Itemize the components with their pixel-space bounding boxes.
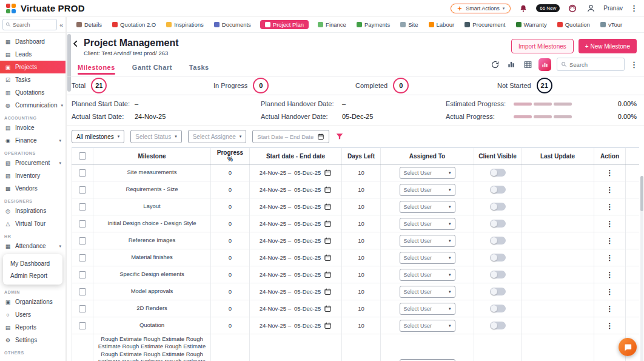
toolbar-more-options-icon[interactable]: ⋮	[630, 60, 638, 69]
module-tab[interactable]: Documents	[213, 20, 252, 29]
module-tab[interactable]: Project Plan	[260, 20, 309, 29]
sidebar-item[interactable]: ◉ Finance ▾	[0, 134, 65, 147]
tab-milestones[interactable]: Milestones	[78, 64, 115, 75]
calendar-icon[interactable]	[324, 305, 332, 312]
sidebar-search-input[interactable]	[13, 22, 49, 28]
sidebar-item[interactable]: ⚙ Settings	[0, 334, 65, 346]
sidebar-item[interactable]: ▥ Quotations	[0, 86, 65, 99]
sidebar-item[interactable]: ▩ Vendors	[0, 182, 65, 195]
assign-user-select[interactable]: Select User ▾	[400, 303, 455, 315]
module-tab[interactable]: Warranty	[515, 20, 548, 29]
collapse-sidebar-icon[interactable]: «	[59, 21, 63, 29]
assign-user-select[interactable]: Select User ▾	[400, 252, 455, 264]
chat-fab-button[interactable]	[619, 338, 637, 356]
row-actions-icon[interactable]: ⋮	[606, 288, 614, 296]
status-filter-select[interactable]: Select Status▾	[130, 130, 181, 143]
row-actions-icon[interactable]: ⋮	[606, 203, 614, 211]
user-name[interactable]: Pranav	[603, 5, 623, 12]
row-checkbox[interactable]	[79, 305, 86, 312]
sidebar-item[interactable]: ▦ Dashboard	[0, 35, 65, 48]
client-visible-toggle[interactable]	[490, 237, 506, 245]
client-visible-toggle[interactable]	[490, 288, 506, 295]
row-actions-icon[interactable]: ⋮	[606, 271, 614, 279]
sidebar-item[interactable]: △ Virtual Tour	[0, 217, 65, 230]
sidebar-item[interactable]: ◍ Communication ▾	[0, 99, 65, 112]
import-milestones-button[interactable]: Import Milestones	[511, 39, 574, 53]
assign-user-select[interactable]: Select User ▾	[400, 235, 455, 247]
attendance-menu-item[interactable]: My Dashboard	[3, 257, 62, 269]
attendance-menu-item[interactable]: Admin Report	[3, 269, 62, 282]
sidebar-item[interactable]: ▤ Invoice	[0, 121, 65, 134]
assignee-filter-select[interactable]: Select Assignee▾	[188, 130, 247, 143]
assign-user-select[interactable]: Select User ▾	[400, 320, 455, 332]
bar-chart-icon[interactable]	[506, 59, 517, 70]
milestones-filter-select[interactable]: All milestones▾	[72, 130, 124, 143]
client-visible-toggle[interactable]	[490, 220, 506, 228]
refresh-icon[interactable]	[489, 59, 500, 70]
module-tab[interactable]: Finance	[317, 20, 347, 29]
client-visible-toggle[interactable]	[490, 169, 506, 177]
client-visible-toggle[interactable]	[490, 254, 506, 261]
calendar-icon[interactable]	[324, 186, 332, 194]
module-tab[interactable]: vTour	[599, 20, 623, 29]
row-actions-icon[interactable]: ⋮	[606, 237, 614, 245]
clear-filters-icon[interactable]	[335, 132, 344, 141]
calendar-icon[interactable]	[324, 254, 332, 261]
row-checkbox[interactable]	[79, 288, 86, 295]
module-tab[interactable]: Procurement	[463, 20, 506, 29]
notifications-bell-icon[interactable]	[518, 3, 529, 14]
module-tab[interactable]: Site	[399, 20, 419, 29]
sidebar-search[interactable]	[2, 19, 57, 30]
user-avatar-icon[interactable]	[585, 3, 596, 14]
row-actions-icon[interactable]: ⋮	[606, 186, 614, 194]
module-tab[interactable]: Details	[75, 20, 103, 29]
row-actions-icon[interactable]: ⋮	[606, 322, 614, 330]
sidebar-item[interactable]: ○ Users	[0, 308, 65, 321]
client-visible-toggle[interactable]	[490, 305, 506, 312]
milestone-search[interactable]	[557, 58, 625, 71]
row-checkbox[interactable]	[79, 322, 86, 329]
module-tab[interactable]: Quotation 2.O	[111, 20, 157, 29]
milestone-search-input[interactable]	[569, 61, 618, 68]
module-tab[interactable]: Quotation	[556, 20, 591, 29]
sidebar-item[interactable]: ▨ Inventory	[0, 169, 65, 182]
assign-user-select[interactable]: Select User ▾	[400, 269, 455, 281]
table-view-icon[interactable]	[522, 59, 533, 70]
calendar-icon[interactable]	[324, 288, 332, 295]
calendar-icon[interactable]	[324, 169, 332, 177]
select-all-checkbox[interactable]	[79, 152, 86, 160]
client-visible-toggle[interactable]	[490, 186, 506, 194]
sidebar-item[interactable]: ◎ Inspirations	[0, 204, 65, 217]
sidebar-item[interactable]: ▣ Organizations	[0, 295, 65, 308]
sidebar-item[interactable]: ☑ Tasks	[0, 73, 65, 86]
row-checkbox[interactable]	[79, 271, 86, 278]
row-actions-icon[interactable]: ⋮	[606, 169, 614, 177]
module-tab[interactable]: Payments	[355, 20, 391, 29]
table-scrollbar[interactable]	[640, 176, 643, 361]
row-checkbox[interactable]	[79, 254, 86, 261]
row-checkbox[interactable]	[79, 237, 86, 245]
assign-user-select[interactable]: Select User ▾	[400, 184, 455, 196]
row-actions-icon[interactable]: ⋮	[606, 220, 614, 228]
smart-actions-button[interactable]: Smart Actions ▾	[451, 4, 511, 13]
support-icon[interactable]	[567, 3, 578, 14]
sidebar-item[interactable]: ▤ Leads	[0, 48, 65, 61]
header-more-options-icon[interactable]: ⋮	[630, 4, 638, 13]
client-visible-toggle[interactable]	[490, 322, 506, 329]
sidebar-item[interactable]: ▦ Attendance ▾	[0, 240, 65, 252]
chart-filter-tile-icon[interactable]	[538, 58, 551, 71]
row-actions-icon[interactable]: ⋮	[606, 254, 614, 262]
sidebar-item[interactable]: ▧ Procurement ▾	[0, 157, 65, 169]
sidebar-item[interactable]: ▣ Projects	[0, 61, 65, 73]
client-visible-toggle[interactable]	[490, 203, 506, 211]
assign-user-select[interactable]: Select User ▾	[400, 218, 455, 230]
calendar-icon[interactable]	[324, 203, 332, 211]
assign-user-select[interactable]: Select User ▾	[400, 201, 455, 213]
tab-gantt-chart[interactable]: Gantt Chart	[132, 64, 172, 75]
notification-count-badge[interactable]: 66 New	[536, 4, 560, 12]
module-tab[interactable]: Labour	[428, 20, 456, 29]
assign-user-select[interactable]: Select User ▾	[400, 286, 455, 298]
row-checkbox[interactable]	[79, 169, 86, 177]
sidebar-item[interactable]: ▤ Reports	[0, 321, 65, 334]
date-range-filter[interactable]: Start Date – End Date	[252, 130, 329, 143]
